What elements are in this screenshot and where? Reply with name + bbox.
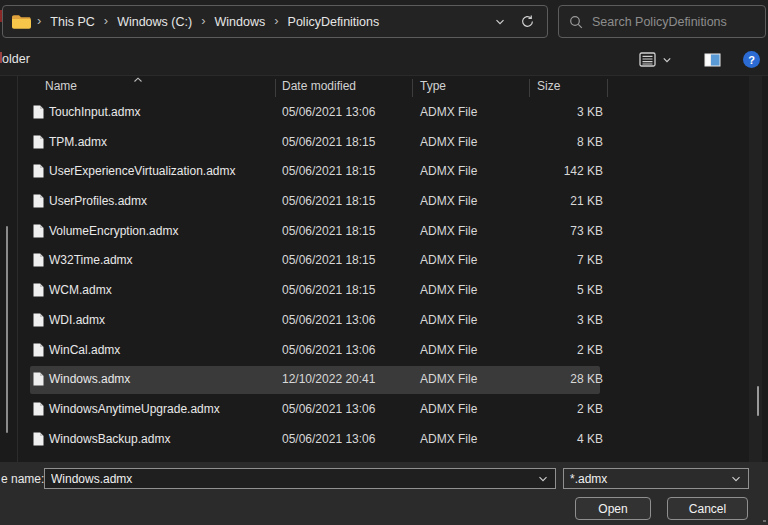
preview-pane-icon <box>704 53 721 67</box>
file-rows: TouchInput.admx 05/06/2021 13:06 ADMX Fi… <box>0 98 768 463</box>
breadcrumb-item[interactable]: Windows (C:) <box>112 12 197 32</box>
file-type: ADMX File <box>420 313 477 327</box>
file-icon <box>33 283 44 297</box>
chevron-right-icon: › <box>270 13 282 28</box>
file-date: 05/06/2021 13:06 <box>282 343 375 357</box>
file-date: 05/06/2021 18:15 <box>282 164 375 178</box>
column-header-type[interactable]: Type <box>420 79 446 99</box>
open-button[interactable]: Open <box>575 497 651 520</box>
file-size: 5 KB <box>519 283 603 297</box>
table-row[interactable]: WCM.admx 05/06/2021 18:15 ADMX File 5 KB <box>0 276 768 306</box>
file-icon <box>33 253 44 267</box>
file-size: 73 KB <box>519 224 603 238</box>
search-input[interactable]: Search PolicyDefinitions <box>558 5 766 38</box>
navigation-bar: ›This PC›Windows (C:)›Windows›PolicyDefi… <box>0 0 768 44</box>
file-type: ADMX File <box>420 253 477 267</box>
file-size: 2 KB <box>519 402 603 416</box>
file-date: 05/06/2021 13:06 <box>282 402 375 416</box>
filetype-value: *.admx <box>570 472 730 486</box>
file-name: TPM.admx <box>49 135 107 149</box>
column-separator[interactable] <box>607 79 608 97</box>
file-name: VolumeEncryption.admx <box>49 224 178 238</box>
table-row[interactable]: TouchInput.admx 05/06/2021 13:06 ADMX Fi… <box>0 98 768 128</box>
file-icon <box>33 135 44 149</box>
file-date: 12/10/2022 20:41 <box>282 372 375 386</box>
table-row[interactable]: W32Time.admx 05/06/2021 18:15 ADMX File … <box>0 246 768 276</box>
file-name: WinCal.admx <box>49 343 120 357</box>
refresh-icon[interactable] <box>520 14 535 29</box>
sort-ascending-icon <box>133 77 143 83</box>
table-row[interactable]: WDI.admx 05/06/2021 13:06 ADMX File 3 KB <box>0 306 768 336</box>
file-size: 3 KB <box>519 105 603 119</box>
column-header-date[interactable]: Date modified <box>282 79 356 99</box>
column-header-size[interactable]: Size <box>537 79 560 99</box>
breadcrumb-item[interactable]: This PC <box>45 12 99 32</box>
chevron-right-icon: › <box>33 13 45 28</box>
table-row[interactable]: WindowsBackup.admx 05/06/2021 13:06 ADMX… <box>0 425 768 455</box>
file-type: ADMX File <box>420 135 477 149</box>
preview-pane-button[interactable] <box>698 49 727 71</box>
column-separator[interactable] <box>275 79 276 97</box>
filename-value: Windows.admx <box>51 472 537 486</box>
file-type: ADMX File <box>420 283 477 297</box>
details-view-icon <box>639 52 656 67</box>
file-name: WindowsBackup.admx <box>49 432 170 446</box>
file-date: 05/06/2021 18:15 <box>282 283 375 297</box>
breadcrumb: ›This PC›Windows (C:)›Windows›PolicyDefi… <box>33 12 494 32</box>
table-row[interactable]: WindowsAnytimeUpgrade.admx 05/06/2021 13… <box>0 395 768 425</box>
filename-input[interactable]: Windows.admx <box>44 468 556 489</box>
file-date: 05/06/2021 13:06 <box>282 105 375 119</box>
file-icon <box>33 402 44 416</box>
file-icon <box>33 313 44 327</box>
file-size: 2 KB <box>519 343 603 357</box>
file-size: 28 KB <box>519 372 603 386</box>
table-row[interactable]: UserExperienceVirtualization.admx 05/06/… <box>0 157 768 187</box>
file-type: ADMX File <box>420 343 477 357</box>
command-toolbar: older <box>0 44 768 75</box>
chevron-down-icon <box>662 55 672 65</box>
file-size: 4 KB <box>519 432 603 446</box>
search-placeholder: Search PolicyDefinitions <box>592 15 727 29</box>
change-view-button[interactable] <box>633 48 678 71</box>
table-row[interactable]: TPM.admx 05/06/2021 18:15 ADMX File 8 KB <box>0 128 768 158</box>
chevron-right-icon: › <box>197 13 209 28</box>
table-row[interactable]: VolumeEncryption.admx 05/06/2021 18:15 A… <box>0 217 768 247</box>
file-date: 05/06/2021 13:06 <box>282 432 375 446</box>
chevron-down-icon[interactable] <box>494 16 506 28</box>
file-type: ADMX File <box>420 194 477 208</box>
chevron-down-icon[interactable] <box>537 473 549 485</box>
breadcrumb-item[interactable]: PolicyDefinitions <box>283 12 385 32</box>
table-row[interactable]: WinCal.admx 05/06/2021 13:06 ADMX File 2… <box>0 336 768 366</box>
file-icon <box>33 372 44 386</box>
column-separator[interactable] <box>529 79 530 97</box>
chevron-down-icon[interactable] <box>730 473 742 485</box>
file-size: 8 KB <box>519 135 603 149</box>
file-size: 7 KB <box>519 253 603 267</box>
file-name: TouchInput.admx <box>49 105 140 119</box>
breadcrumb-item[interactable]: Windows <box>210 12 271 32</box>
help-icon[interactable]: ? <box>743 51 760 68</box>
table-row[interactable]: UserProfiles.admx 05/06/2021 18:15 ADMX … <box>0 187 768 217</box>
filetype-select[interactable]: *.admx <box>563 468 749 489</box>
file-size: 21 KB <box>519 194 603 208</box>
file-name: UserProfiles.admx <box>49 194 147 208</box>
resize-grip[interactable] <box>763 520 766 522</box>
background-window-sliver <box>0 10 2 22</box>
cancel-button[interactable]: Cancel <box>667 497 748 520</box>
file-size: 142 KB <box>519 164 603 178</box>
column-separator[interactable] <box>412 79 413 97</box>
file-icon <box>33 432 44 446</box>
scrollbar-track[interactable] <box>749 76 762 463</box>
background-window-sliver <box>0 52 2 63</box>
file-icon <box>33 194 44 208</box>
column-header-name[interactable]: Name <box>45 79 77 99</box>
address-bar[interactable]: ›This PC›Windows (C:)›Windows›PolicyDefi… <box>2 5 548 38</box>
file-name: WCM.admx <box>49 283 112 297</box>
new-folder-button[interactable]: older <box>2 52 30 66</box>
file-date: 05/06/2021 18:15 <box>282 194 375 208</box>
table-row[interactable]: Windows.admx 12/10/2022 20:41 ADMX File … <box>0 365 768 395</box>
scrollbar-thumb[interactable] <box>757 386 759 416</box>
file-date: 05/06/2021 18:15 <box>282 253 375 267</box>
file-list: Name Date modified Type Size TouchInput.… <box>0 75 768 462</box>
file-date: 05/06/2021 18:15 <box>282 224 375 238</box>
